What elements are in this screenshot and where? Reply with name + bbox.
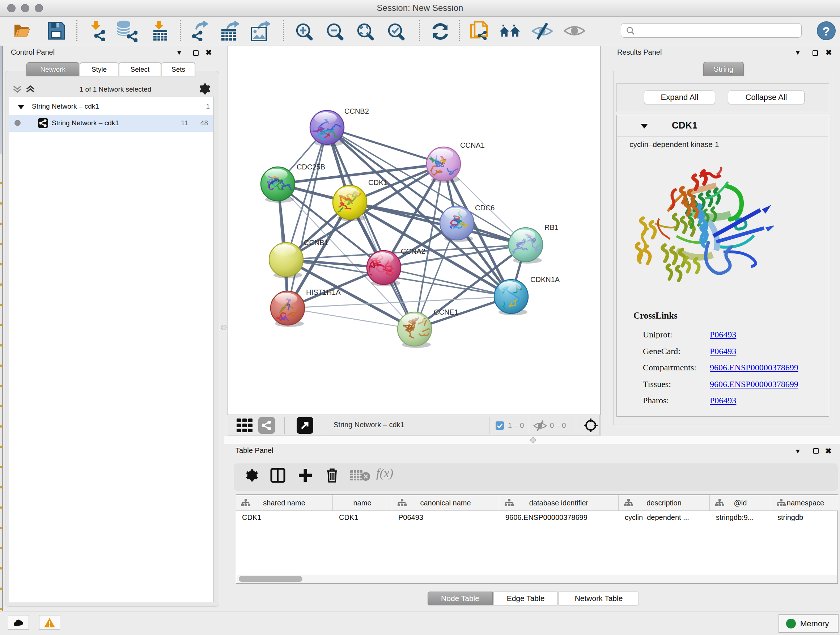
svg-text:CCNB1: CCNB1 — [304, 239, 328, 247]
svg-text:CDC6: CDC6 — [475, 204, 494, 212]
svg-text:CCNA2: CCNA2 — [401, 247, 425, 255]
svg-text:CCNA1: CCNA1 — [460, 141, 485, 149]
svg-text:HIST1H1A: HIST1H1A — [306, 288, 341, 296]
svg-text:CCNB2: CCNB2 — [344, 107, 369, 115]
svg-text:RB1: RB1 — [545, 223, 559, 231]
svg-text:CDKN1A: CDKN1A — [531, 276, 560, 283]
svg-text:CDC25B: CDC25B — [297, 163, 325, 171]
svg-text:CCNE1: CCNE1 — [434, 308, 458, 316]
svg-text:CDK1: CDK1 — [368, 179, 387, 187]
